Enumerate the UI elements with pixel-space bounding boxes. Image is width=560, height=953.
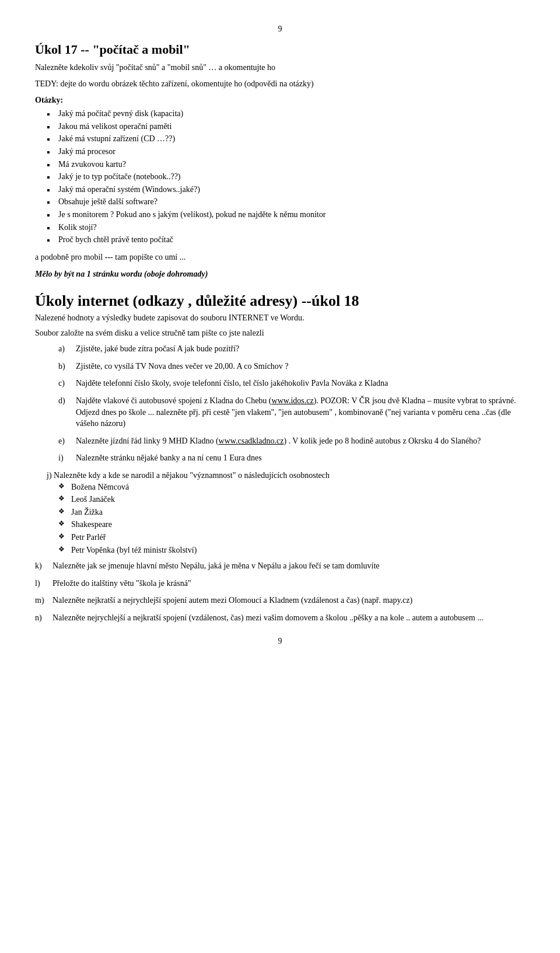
section2-subtitle1: Nalezené hodnoty a výsledky budete zapis… — [35, 312, 525, 324]
task-k-content: Nalezněte jak se jmenuje hlavní město Ne… — [52, 560, 525, 572]
bullet-list: Jaký má počítač pevný disk (kapacita) Ja… — [47, 108, 525, 246]
task-l-label: l) — [35, 578, 52, 589]
task-k-label: k) — [35, 560, 52, 572]
bullet-item: Jaký má operační systém (Windows..jaké?) — [47, 184, 525, 196]
bullet-item: Jaký má počítač pevný disk (kapacita) — [47, 108, 525, 120]
task-m-content: Nalezněte nejkratší a nejrychlejší spoje… — [52, 595, 525, 606]
task-j-label: j) — [47, 471, 54, 480]
task-m-label: m) — [35, 595, 52, 606]
task-i: i) Nalezněte stránku nějaké banky a na n… — [58, 452, 525, 464]
diamond-item: Božena Němcová — [58, 481, 525, 493]
diamond-item: Petr Vopěnka (byl též ministr školství) — [58, 544, 525, 556]
section2-subtitle2: Soubor založte na svém disku a velice st… — [35, 327, 525, 339]
section2-header: Úkoly internet (odkazy , důležité adresy… — [35, 292, 525, 338]
diamond-item: Petr Parléř — [58, 532, 525, 543]
diamond-item: Jan Žižka — [58, 507, 525, 518]
task-j-intro: Nalezněte kdy a kde se narodil a nějakou… — [54, 471, 330, 480]
bullet-item: Jaké má vstupní zařízení (CD …??) — [47, 133, 525, 145]
task-k: k) Nalezněte jak se jmenuje hlavní město… — [35, 560, 525, 572]
note-text: Mělo by být na 1 stránku wordu (oboje do… — [35, 268, 525, 280]
section2-title: Úkoly internet (odkazy , důležité adresy… — [35, 292, 525, 310]
task-l: l) Přeložte do italštiny větu "škola je … — [35, 578, 525, 589]
task-n-content: Nalezněte nejrychlejší a nejkratší spoje… — [52, 612, 525, 624]
task-j: j) Nalezněte kdy a kde se narodil a něja… — [35, 470, 525, 481]
diamond-list: Božena Němcová Leoš Janáček Jan Žižka Sh… — [58, 481, 525, 556]
task-i-content: Nalezněte stránku nějaké banky a na ní c… — [76, 452, 525, 464]
idos-link[interactable]: www.idos.cz — [272, 396, 314, 405]
task-e-content: Nalezněte jízdní řád linky 9 MHD Kladno … — [76, 435, 525, 447]
task-c-label: c) — [58, 378, 76, 389]
task-a-content: Zjistěte, jaké bude zítra počasí A jak b… — [76, 343, 525, 355]
task-b: b) Zjistěte, co vysílá TV Nova dnes veče… — [58, 361, 525, 372]
diamond-item: Shakespeare — [58, 519, 525, 530]
task-e: e) Nalezněte jízdní řád linky 9 MHD Klad… — [58, 435, 525, 447]
task-c-content: Najděte telefonní číslo školy, svoje tel… — [76, 378, 525, 389]
bullet-item: Obsahuje ještě další software? — [47, 196, 525, 208]
task-b-label: b) — [58, 361, 76, 372]
task-e-label: e) — [58, 435, 76, 447]
bullet-item: Jaký je to typ počítače (notebook..??) — [47, 171, 525, 183]
task-n-label: n) — [35, 612, 52, 624]
otazky-label: Otázky: — [35, 95, 525, 106]
task-a-label: a) — [58, 343, 76, 355]
page-title: Úkol 17 -- "počítač a mobil" — [35, 41, 525, 59]
task-d: d) Najděte vlakové či autobusové spojení… — [58, 395, 525, 430]
task-l-content: Přeložte do italštiny větu "škola je krá… — [52, 578, 525, 589]
task-d-content: Najděte vlakové či autobusové spojení z … — [76, 395, 525, 430]
task-a: a) Zjistěte, jaké bude zítra počasí A ja… — [58, 343, 525, 355]
task-n: n) Nalezněte nejrychlejší a nejkratší sp… — [35, 612, 525, 624]
page-number-bottom: 9 — [35, 636, 525, 647]
task-b-content: Zjistěte, co vysílá TV Nova dnes večer v… — [76, 361, 525, 372]
bullet-item: Má zvukovou kartu? — [47, 159, 525, 170]
intro-text: Nalezněte kdekoliv svůj "počítač snů" a … — [35, 62, 525, 74]
task-d-label: d) — [58, 395, 76, 430]
task-m: m) Nalezněte nejkratší a nejrychlejší sp… — [35, 595, 525, 606]
bullet-item: Jaký má procesor — [47, 146, 525, 158]
separator-text: a podobně pro mobil --- tam popište co u… — [35, 252, 525, 263]
task-i-label: i) — [58, 452, 76, 464]
task-c: c) Najděte telefonní číslo školy, svoje … — [58, 378, 525, 389]
bullet-item: Proč bych chtěl právě tento počítač — [47, 234, 525, 246]
diamond-item: Leoš Janáček — [58, 494, 525, 505]
bullet-item: Je s monitorem ? Pokud ano s jakým (veli… — [47, 209, 525, 221]
bullet-item: Kolik stojí? — [47, 222, 525, 233]
tedy-text: TEDY: dejte do wordu obrázek těchto zaří… — [35, 78, 525, 90]
page-number-top: 9 — [35, 23, 525, 35]
csadkladno-link[interactable]: www.csadkladno.cz — [219, 437, 284, 445]
bullet-item: Jakou má velikost operační paměti — [47, 121, 525, 132]
